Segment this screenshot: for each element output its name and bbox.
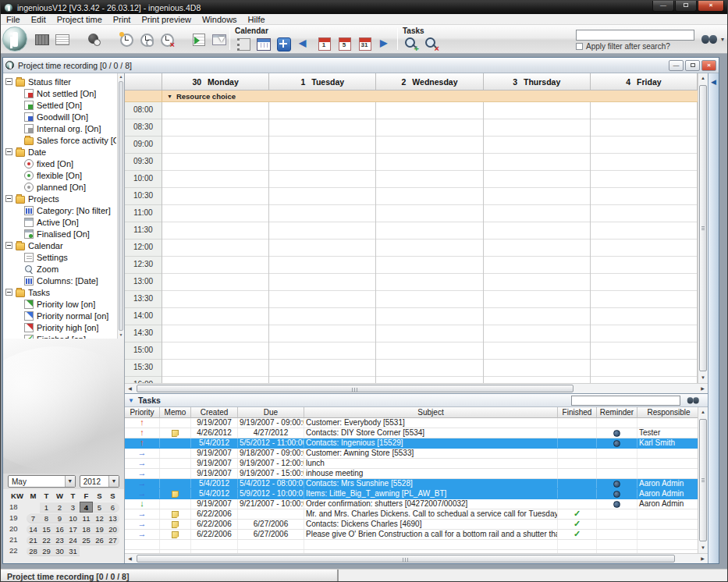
tasks-scroll-up-icon[interactable]: ▲ xyxy=(698,407,708,417)
tree-item-goodwill-on[interactable]: Goodwill [On] xyxy=(5,111,116,122)
day-1-icon[interactable] xyxy=(316,36,332,51)
cal-scroll-down-icon[interactable]: ▼ xyxy=(698,373,708,383)
mini-cal-day-24[interactable]: 24 xyxy=(66,534,80,545)
mini-cal-day-26[interactable]: 26 xyxy=(93,534,106,545)
day-5-icon[interactable] xyxy=(336,36,352,51)
resource-collapse-icon[interactable]: ▼ xyxy=(167,94,172,99)
tasks-search-input[interactable] xyxy=(571,396,680,406)
tree-group-projects[interactable]: Projects xyxy=(5,193,116,204)
day-column-friday[interactable]: 4Friday xyxy=(591,73,698,90)
task-row[interactable]: →6/22/2006Mr. and Mrs. Charles Dickens. … xyxy=(125,509,698,520)
mini-cal-day-1[interactable]: 1 xyxy=(40,502,53,513)
year-dropdown[interactable]: 2012 ▼ xyxy=(80,475,119,488)
column-header-reminder[interactable]: Reminder xyxy=(597,407,637,418)
task-row[interactable]: →5/4/20125/4/2012 - 08:00:00Contacts: Mr… xyxy=(125,479,698,489)
mini-cal-day-28[interactable]: 28 xyxy=(27,545,40,556)
year-dropdown-arrow-icon[interactable]: ▼ xyxy=(108,476,119,487)
task-row[interactable]: →9/19/20079/18/2007 - 09:00:00Customer: … xyxy=(125,449,698,459)
inner-restore-button[interactable] xyxy=(685,60,700,71)
tree-item-planned-on[interactable]: planned [On] xyxy=(5,181,116,193)
tasks-scroll-right-icon[interactable]: ▶ xyxy=(698,554,708,563)
mini-cal-day-27[interactable]: 27 xyxy=(106,534,119,545)
tasks-collapse-icon[interactable]: ▼ xyxy=(128,397,134,404)
column-header-created[interactable]: Created xyxy=(191,407,238,418)
column-header-memo[interactable]: Memo xyxy=(160,407,191,418)
clock-delete-icon[interactable]: × xyxy=(158,31,174,47)
mini-cal-day-18[interactable]: 18 xyxy=(80,523,93,534)
tree-item-active-on[interactable]: Active [On] xyxy=(5,216,116,228)
cal-scroll-up-icon[interactable]: ▲ xyxy=(698,73,708,83)
day-column-monday[interactable]: 30Monday xyxy=(162,73,269,90)
tree-group-date[interactable]: Date xyxy=(5,146,116,158)
menu-hilfe[interactable]: Hilfe xyxy=(243,14,271,25)
calendar-column-tuesday[interactable] xyxy=(269,102,376,383)
person-clock-icon[interactable] xyxy=(86,31,101,47)
calendar-grid-icon[interactable] xyxy=(255,36,271,51)
prev-icon[interactable] xyxy=(296,36,311,51)
calendar-vertical-scrollbar[interactable]: ▲ ▼ xyxy=(698,73,708,383)
calendar-column-friday[interactable] xyxy=(591,102,698,383)
inner-minimize-button[interactable]: — xyxy=(669,60,684,71)
mini-cal-day-5[interactable]: 5 xyxy=(93,502,106,513)
tree-group-calendar[interactable]: Calendar xyxy=(5,240,116,251)
inner-close-button[interactable]: × xyxy=(701,60,716,71)
task-row[interactable]: →5/4/20125/9/2012 - 10:00:00Items: Littl… xyxy=(125,489,698,499)
menu-print[interactable]: Print xyxy=(108,14,137,25)
journal-icon[interactable] xyxy=(235,36,250,51)
navigate-icon[interactable] xyxy=(275,36,291,51)
search-add-icon[interactable]: + xyxy=(403,36,418,51)
resource-choice-row[interactable]: ▼ Resource choice xyxy=(125,90,698,102)
cal-scroll-right-icon[interactable]: ▶ xyxy=(698,384,708,393)
calendar-column-thursday[interactable] xyxy=(484,102,591,383)
minimize-button[interactable]: — xyxy=(652,1,674,12)
tree-item-flexible-on[interactable]: flexible [On] xyxy=(5,169,116,181)
month-dropdown-arrow-icon[interactable]: ▼ xyxy=(65,476,75,487)
menu-print-preview[interactable]: Print preview xyxy=(136,14,197,25)
calendar-grid[interactable] xyxy=(162,102,698,383)
task-row[interactable]: →6/22/20066/27/2006Please give O' Brien … xyxy=(125,530,698,540)
collapse-expander-icon[interactable] xyxy=(5,195,12,202)
mini-cal-day-14[interactable]: 14 xyxy=(27,523,40,534)
mini-cal-day-19[interactable]: 19 xyxy=(93,523,106,534)
calendar-column-monday[interactable] xyxy=(162,102,269,383)
mini-cal-day-11[interactable]: 11 xyxy=(80,513,93,523)
day-column-thursday[interactable]: 3Thursday xyxy=(484,73,591,90)
task-row[interactable]: →9/19/20079/19/2007 - 12:00:00lunch xyxy=(125,459,698,469)
tree-item-priority-high-on[interactable]: Priority high [on] xyxy=(5,321,116,333)
mini-cal-day-2[interactable]: 2 xyxy=(53,502,66,513)
mini-cal-day-7[interactable]: 7 xyxy=(27,513,40,523)
mini-cal-day-8[interactable]: 8 xyxy=(40,513,53,523)
collapse-expander-icon[interactable] xyxy=(5,289,12,296)
close-button[interactable]: × xyxy=(698,1,724,12)
tree-scroll-down-icon[interactable]: ▼ xyxy=(118,332,124,339)
mini-cal-day-4[interactable]: 4 xyxy=(80,502,93,513)
tree-item-not-settled-on[interactable]: Not settled [On] xyxy=(5,87,116,99)
month-dropdown[interactable]: May ▼ xyxy=(8,475,76,488)
table-dark-icon[interactable] xyxy=(34,31,49,47)
day-column-tuesday[interactable]: 1Tuesday xyxy=(269,73,376,90)
mini-cal-day-13[interactable]: 13 xyxy=(106,513,119,523)
tree-scrollbar[interactable]: ▲ ▼ xyxy=(117,73,124,339)
mini-cal-day-29[interactable]: 29 xyxy=(40,545,53,556)
window-select-icon[interactable] xyxy=(211,31,226,47)
mini-cal-day-17[interactable]: 17 xyxy=(66,523,80,534)
tree-item-finished-on[interactable]: Finished [on] xyxy=(5,333,116,339)
tree-item-category-no-filter[interactable]: Category: [No filter] xyxy=(5,204,116,216)
tree-item-priority-normal-on[interactable]: Priority normal [on] xyxy=(5,310,116,321)
search-binoculars-icon[interactable] xyxy=(701,33,719,45)
tree-group-tasks[interactable]: Tasks xyxy=(5,286,116,298)
column-header-responsible[interactable]: Responsible xyxy=(637,407,698,418)
task-row-empty[interactable] xyxy=(125,540,698,550)
search-options-caret-icon[interactable]: ▾ xyxy=(721,36,724,43)
task-row[interactable]: ↑5/4/20125/5/2012 - 11:00:00Contacts: In… xyxy=(125,438,698,449)
collapse-expander-icon[interactable] xyxy=(5,148,12,155)
clock-new-icon[interactable] xyxy=(118,31,133,47)
tree-item-settled-on[interactable]: Settled [On] xyxy=(5,99,116,111)
menu-windows[interactable]: Windows xyxy=(197,14,243,25)
task-row[interactable]: →9/19/20079/19/2007 - 15:00:00inhouse me… xyxy=(125,469,698,479)
tree-item-finalised-on[interactable]: Finalised [On] xyxy=(5,228,116,240)
tree-item-zoom[interactable]: Zoom xyxy=(5,263,116,275)
apply-filter-checkbox[interactable] xyxy=(576,43,583,50)
mini-cal-day-31[interactable]: 31 xyxy=(66,545,80,556)
mini-cal-day-6[interactable]: 6 xyxy=(106,502,119,513)
